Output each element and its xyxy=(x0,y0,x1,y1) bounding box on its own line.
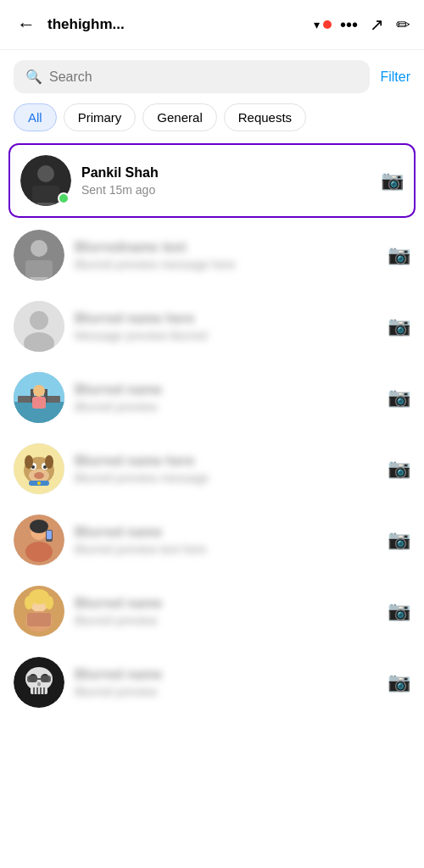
search-bar-container: 🔍 Filter xyxy=(0,50,424,103)
search-bar[interactable]: 🔍 xyxy=(14,60,370,93)
contact-name: Pankil Shah xyxy=(81,165,371,181)
avatar xyxy=(14,586,64,637)
avatar xyxy=(14,657,64,708)
message-item-7[interactable]: Blurred name Blurred preview 📷 xyxy=(0,576,424,647)
more-options-icon[interactable]: ••• xyxy=(340,15,358,35)
tab-requests[interactable]: Requests xyxy=(224,103,306,131)
message-preview: Blurred preview xyxy=(75,614,377,627)
message-item-8[interactable]: Blurred name Blurred preview 📷 xyxy=(0,647,424,718)
avatar-wrapper xyxy=(14,586,64,637)
message-item-5[interactable]: Blurred name here Blurred preview messag… xyxy=(0,433,424,504)
avatar xyxy=(14,372,64,423)
message-preview: Blurred preview xyxy=(75,400,377,414)
message-content: Blurredname text Blurred preview message… xyxy=(75,240,377,271)
message-item-1[interactable]: Pankil Shah Sent 15m ago 📷 xyxy=(8,143,416,218)
message-content: Blurred name Blurred preview text here xyxy=(75,525,377,556)
camera-icon: 📷 xyxy=(388,315,410,337)
avatar xyxy=(14,515,64,565)
svg-point-41 xyxy=(25,596,33,609)
header-actions: ••• ↗ ✏ xyxy=(340,14,410,35)
svg-point-28 xyxy=(45,455,53,469)
message-content: Blurred name Blurred preview xyxy=(75,667,377,698)
camera-icon: 📷 xyxy=(381,170,404,192)
svg-point-49 xyxy=(37,682,41,687)
message-content: Blurred name Blurred preview xyxy=(75,382,377,414)
contact-name: Blurred name here xyxy=(75,453,377,469)
avatar-wrapper xyxy=(14,230,64,281)
contact-name: Blurred name here xyxy=(75,311,377,326)
filter-button[interactable]: Filter xyxy=(380,70,410,85)
header: ← thehighm... ▾ ••• ↗ ✏ xyxy=(0,0,424,50)
message-item-2[interactable]: Blurredname text Blurred preview message… xyxy=(0,220,424,291)
tab-general[interactable]: General xyxy=(142,103,216,131)
message-tabs: All Primary General Requests xyxy=(0,103,424,142)
edit-icon[interactable]: ✏ xyxy=(396,14,410,35)
message-content: Blurred name here Blurred preview messag… xyxy=(75,453,377,485)
camera-icon: 📷 xyxy=(388,671,410,693)
header-dropdown[interactable]: ▾ xyxy=(314,18,332,31)
avatar-wrapper xyxy=(14,301,64,352)
trending-icon[interactable]: ↗ xyxy=(370,14,384,35)
svg-point-30 xyxy=(37,481,41,485)
message-list: Pankil Shah Sent 15m ago 📷 Blurredname t… xyxy=(0,142,424,718)
contact-name: Blurred name xyxy=(75,596,377,611)
message-content: Pankil Shah Sent 15m ago xyxy=(81,165,371,197)
avatar-wrapper xyxy=(14,372,64,423)
avatar xyxy=(14,301,64,352)
message-preview: Blurred preview text here xyxy=(75,542,377,556)
message-content: Blurred name here Message preview blurre… xyxy=(75,311,377,342)
tab-all[interactable]: All xyxy=(14,103,57,131)
avatar-wrapper xyxy=(14,443,64,494)
message-preview: Blurred preview xyxy=(75,685,377,698)
svg-rect-50 xyxy=(31,687,47,694)
message-preview: Blurred preview message xyxy=(75,471,377,485)
svg-point-17 xyxy=(33,385,45,397)
svg-point-33 xyxy=(25,542,53,562)
chevron-down-icon: ▾ xyxy=(314,18,320,31)
svg-rect-7 xyxy=(25,260,53,277)
svg-point-34 xyxy=(30,520,48,533)
avatar xyxy=(14,230,64,281)
message-item-3[interactable]: Blurred name here Message preview blurre… xyxy=(0,291,424,362)
svg-rect-44 xyxy=(27,613,51,626)
avatar xyxy=(14,443,64,494)
tab-primary[interactable]: Primary xyxy=(64,103,137,131)
svg-point-42 xyxy=(45,596,53,609)
svg-rect-56 xyxy=(41,676,51,682)
message-preview: Message preview blurred xyxy=(75,329,377,342)
camera-icon: 📷 xyxy=(388,458,410,480)
message-item-6[interactable]: Blurred name Blurred preview text here 📷 xyxy=(0,504,424,576)
contact-name: Blurred name xyxy=(75,382,377,398)
header-title: thehighm... xyxy=(47,16,305,33)
camera-icon: 📷 xyxy=(388,600,410,622)
svg-point-27 xyxy=(25,455,33,469)
message-content: Blurred name Blurred preview xyxy=(75,596,377,627)
camera-icon: 📷 xyxy=(388,387,410,409)
contact-name: Blurredname text xyxy=(75,240,377,255)
contact-name: Blurred name xyxy=(75,525,377,540)
online-indicator xyxy=(58,192,70,204)
contact-name: Blurred name xyxy=(75,667,377,682)
search-input[interactable] xyxy=(49,70,358,85)
svg-rect-36 xyxy=(47,531,52,539)
svg-point-26 xyxy=(34,472,44,479)
avatar-wrapper xyxy=(14,515,64,565)
online-status-dot xyxy=(323,20,332,29)
search-icon: 🔍 xyxy=(25,69,42,85)
svg-rect-3 xyxy=(32,186,59,203)
camera-icon: 📷 xyxy=(388,529,410,551)
svg-point-9 xyxy=(30,311,48,330)
avatar-wrapper xyxy=(20,155,71,206)
message-item-4[interactable]: Blurred name Blurred preview 📷 xyxy=(0,362,424,433)
message-preview: Blurred preview message here xyxy=(75,258,377,271)
svg-point-1 xyxy=(37,165,54,182)
back-button[interactable]: ← xyxy=(14,10,39,39)
svg-rect-18 xyxy=(32,397,46,409)
camera-icon: 📷 xyxy=(388,244,410,266)
svg-rect-55 xyxy=(27,676,37,682)
message-preview: Sent 15m ago xyxy=(81,183,371,197)
avatar-wrapper xyxy=(14,657,64,708)
svg-point-5 xyxy=(31,240,47,257)
